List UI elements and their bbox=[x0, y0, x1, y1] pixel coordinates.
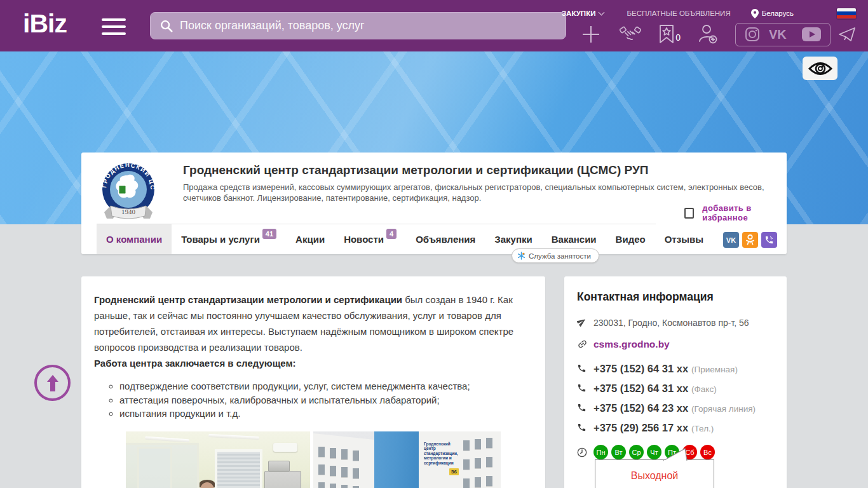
tab-news[interactable]: Новости4 bbox=[334, 224, 406, 254]
site-logo[interactable]: iBiz bbox=[23, 9, 67, 39]
phone-icon bbox=[577, 363, 587, 373]
tooltip-pointer bbox=[662, 447, 691, 461]
employment-service-tooltip: Служба занятости bbox=[512, 248, 599, 263]
tab-video[interactable]: Видео bbox=[606, 224, 655, 254]
vk-button[interactable]: VK bbox=[723, 232, 739, 248]
svg-text:VK: VK bbox=[769, 27, 787, 41]
plus-icon bbox=[581, 25, 600, 44]
phone-icon bbox=[577, 423, 587, 432]
phone-number: +375 (29) 256 17 xx bbox=[593, 422, 688, 433]
login-register-button[interactable] bbox=[697, 24, 719, 45]
tab-reviews[interactable]: Отзывы bbox=[655, 224, 713, 254]
working-days: Пн Вт Ср Чт Пт Сб Вс bbox=[593, 445, 715, 459]
header-social-links: VK bbox=[735, 23, 831, 46]
company-name: Гродненский центр стандартизации метроло… bbox=[183, 163, 648, 177]
telegram-icon bbox=[838, 26, 856, 43]
link-icon bbox=[577, 339, 588, 349]
company-logo: ГРОДНЕНСКИЙ ЦСМС 1940 bbox=[95, 160, 161, 226]
free-ads-link[interactable]: БЕСПЛАТНЫЕ ОБЪЯВЛЕНИЯ bbox=[627, 10, 730, 17]
phone-number: +375 (152) 64 31 xx bbox=[593, 383, 688, 394]
list-item: испытания продукции и т.д. bbox=[119, 407, 532, 421]
tab-products[interactable]: Товары и услуги41 bbox=[172, 224, 286, 254]
products-count-badge: 41 bbox=[262, 229, 276, 239]
partners-button[interactable] bbox=[620, 25, 641, 43]
logo-year-text: 1940 bbox=[121, 208, 136, 215]
list-item: подтверждение соответствии продукции, ус… bbox=[119, 379, 532, 393]
clock-icon bbox=[577, 447, 587, 458]
company-tabs: О компании Товары и услуги41 Акции Новос… bbox=[97, 224, 713, 254]
building-photo[interactable]: Гродненский центр стандартизации, метрол… bbox=[313, 431, 501, 488]
building-caption: Гродненский центр стандартизации, метрол… bbox=[424, 442, 457, 466]
about-lead-bold: Гродненский центр стандартизации метроло… bbox=[94, 294, 402, 305]
favorites-button[interactable]: 0 bbox=[659, 25, 681, 44]
arrow-up-icon bbox=[44, 374, 61, 393]
header-top-links: ЗАКУПКИ БЕСПЛАТНЫЕ ОБЪЯВЛЕНИЯ Беларусь bbox=[562, 8, 856, 19]
add-company-button[interactable] bbox=[581, 25, 600, 44]
scroll-to-top-button[interactable] bbox=[34, 365, 71, 401]
about-paragraph: Гродненский центр стандартизации метроло… bbox=[94, 292, 532, 355]
menu-hamburger-icon[interactable] bbox=[102, 18, 126, 35]
about-bullet-list: подтверждение соответствии продукции, ус… bbox=[119, 379, 532, 421]
instagram-icon[interactable] bbox=[745, 27, 760, 42]
company-website-link[interactable]: csms.grodno.by bbox=[593, 338, 670, 350]
chevron-down-icon bbox=[599, 10, 605, 16]
phone-number: +375 (152) 64 31 xx bbox=[593, 363, 688, 374]
language-flag-russian[interactable] bbox=[837, 8, 856, 19]
tab-promotions[interactable]: Акции bbox=[286, 224, 334, 254]
favorites-count: 0 bbox=[675, 32, 681, 43]
company-header-card: ГРОДНЕНСКИЙ ЦСМС 1940 Гродненский центр … bbox=[81, 152, 787, 254]
phone-row: +375 (29) 256 17 xx(Тел.) bbox=[577, 422, 774, 435]
search-bar bbox=[150, 12, 566, 39]
building-number-sign: 56 bbox=[449, 468, 459, 475]
favorite-checkbox[interactable] bbox=[684, 208, 694, 219]
employment-service-label: Служба занятости bbox=[529, 252, 591, 260]
tab-about[interactable]: О компании bbox=[97, 224, 172, 254]
phone-number: +375 (152) 64 23 xx bbox=[593, 402, 688, 414]
eye-icon bbox=[808, 60, 833, 77]
phone-row: +375 (152) 64 31 xx(Факс) bbox=[577, 383, 774, 395]
handshake-icon bbox=[620, 25, 641, 43]
phone-label: (Тел.) bbox=[691, 424, 714, 433]
add-to-favorites[interactable]: добавить в избранное bbox=[684, 203, 787, 222]
company-photos: Гродненский центр стандартизации, метрол… bbox=[94, 431, 532, 488]
phone-label: (Приемная) bbox=[691, 365, 738, 374]
office-interior-photo[interactable] bbox=[126, 431, 310, 488]
day-sunday[interactable]: Вс bbox=[700, 445, 715, 459]
company-social-buttons: VK bbox=[723, 232, 777, 248]
company-description: Продажа средств измерений, кассовых сумм… bbox=[183, 182, 782, 203]
telegram-button[interactable] bbox=[838, 26, 856, 43]
viber-icon bbox=[764, 235, 774, 245]
about-subheading: Работа центра заключается в следующем: bbox=[94, 355, 532, 371]
day-thursday[interactable]: Чт bbox=[647, 445, 661, 459]
day-wednesday[interactable]: Ср bbox=[629, 445, 644, 459]
tab-announcements[interactable]: Объявления bbox=[406, 224, 485, 254]
viber-button[interactable] bbox=[761, 232, 777, 248]
main-header: iBiz ЗАКУПКИ БЕСПЛАТНЫЕ ОБЪЯВЛЕНИЯ Белар… bbox=[0, 0, 868, 51]
address-row: 230031, Гродно, Космонавтов пр-т, 56 bbox=[577, 316, 774, 329]
search-input[interactable] bbox=[180, 19, 566, 32]
day-monday[interactable]: Пн bbox=[593, 445, 608, 459]
phone-icon bbox=[577, 403, 587, 412]
location-pin-icon bbox=[751, 9, 759, 18]
bookmark-star-icon bbox=[659, 25, 674, 44]
youtube-icon[interactable] bbox=[802, 27, 821, 41]
odnoklassniki-button[interactable] bbox=[742, 232, 758, 248]
phone-icon bbox=[577, 383, 587, 393]
employment-service-icon bbox=[517, 252, 526, 260]
search-icon bbox=[159, 19, 173, 33]
favorite-label: добавить в избранное bbox=[702, 203, 787, 222]
contact-title: Контактная информация bbox=[577, 290, 774, 304]
day-tuesday[interactable]: Вт bbox=[611, 445, 626, 459]
accessibility-version-button[interactable] bbox=[803, 57, 837, 80]
phone-label: (Горячая линия) bbox=[691, 404, 756, 414]
news-count-badge: 4 bbox=[386, 229, 397, 239]
list-item: аттестация поверочных, калибровачных и и… bbox=[119, 393, 532, 407]
website-row: csms.grodno.by bbox=[577, 338, 774, 352]
vk-icon[interactable]: VK bbox=[769, 27, 793, 42]
day-off-tooltip: Выходной bbox=[595, 459, 714, 488]
company-address: 230031, Гродно, Космонавтов пр-т, 56 bbox=[593, 316, 749, 328]
ok-icon bbox=[745, 234, 755, 245]
purchases-menu[interactable]: ЗАКУПКИ bbox=[562, 10, 604, 17]
country-selector[interactable]: Беларусь bbox=[751, 9, 794, 18]
navigation-arrow-icon bbox=[577, 317, 587, 327]
